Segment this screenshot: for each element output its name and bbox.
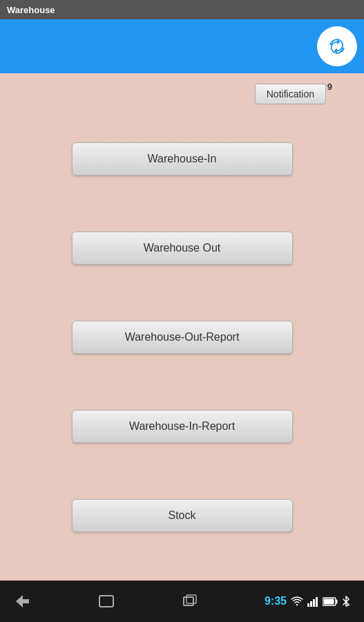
notification-badge: 9 [327,82,332,92]
svg-rect-6 [313,599,315,607]
app-title: Warehouse [7,5,55,15]
svg-rect-1 [99,596,113,607]
svg-rect-3 [186,595,196,603]
menu-buttons: Warehouse-In Warehouse Out Warehouse-Out… [0,108,364,574]
stock-button[interactable]: Stock [72,499,293,532]
svg-rect-9 [336,599,337,603]
clock: 9:35 [265,595,287,607]
svg-rect-10 [323,599,334,604]
svg-rect-7 [316,597,318,607]
warehouse-in-report-button[interactable]: Warehouse-In-Report [72,410,293,443]
svg-rect-4 [307,603,309,607]
recent-apps-button[interactable] [181,594,199,609]
warehouse-out-report-button[interactable]: Warehouse-Out-Report [72,321,293,354]
app-header [0,19,364,73]
svg-rect-2 [184,597,193,605]
warehouse-out-button[interactable]: Warehouse Out [72,232,293,265]
notification-area: Notification 9 [0,80,364,108]
main-content: Notification 9 Warehouse-In Warehouse Ou… [0,73,364,581]
wifi-icon [291,596,303,607]
app-logo [317,26,357,66]
back-button[interactable] [14,594,32,609]
signal-icon [307,596,318,607]
svg-rect-5 [310,601,312,607]
svg-point-0 [325,35,349,58]
home-button[interactable] [97,594,115,609]
system-bar: Warehouse [0,0,364,19]
bluetooth-icon [342,596,350,607]
status-area: 9:35 [265,595,350,607]
bottom-nav: 9:35 [0,581,364,622]
warehouse-in-button[interactable]: Warehouse-In [72,142,293,176]
battery-icon [323,597,338,606]
notification-button[interactable]: Notification [255,84,326,104]
